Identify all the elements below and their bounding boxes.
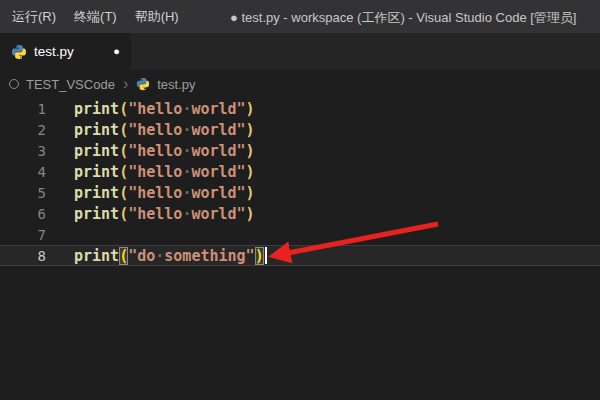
token-str: world" xyxy=(191,142,245,160)
breadcrumb-symbol-icon xyxy=(9,79,19,89)
token-str: "hello xyxy=(128,100,182,118)
line-number[interactable]: 3 xyxy=(0,143,46,159)
line-number[interactable]: 8 xyxy=(0,248,46,264)
code-text: print("hello·world") xyxy=(46,163,255,181)
token-str: something" xyxy=(164,247,254,265)
token-fn: print xyxy=(74,184,119,202)
token-par: ) xyxy=(246,184,255,202)
code-line-5[interactable]: 5print("hello·world") xyxy=(0,182,600,203)
code-text: print("hello·world") xyxy=(46,142,255,160)
code-text: print("hello·world") xyxy=(46,184,255,202)
token-par: ( xyxy=(119,163,128,181)
menu-terminal[interactable]: 终端(T) xyxy=(65,0,126,33)
tab-label: test.py xyxy=(34,44,74,59)
token-str: "hello xyxy=(128,205,182,223)
line-number[interactable]: 6 xyxy=(0,206,46,222)
token-str: "hello xyxy=(128,184,182,202)
token-str: world" xyxy=(191,121,245,139)
line-number[interactable]: 5 xyxy=(0,185,46,201)
token-str: world" xyxy=(191,100,245,118)
token-str: world" xyxy=(191,184,245,202)
line-number[interactable]: 7 xyxy=(0,227,46,243)
code-editor[interactable]: 1print("hello·world")2print("hello·world… xyxy=(0,98,600,266)
code-line-1[interactable]: 1print("hello·world") xyxy=(0,98,600,119)
text-cursor xyxy=(265,247,267,264)
token-par: ) xyxy=(246,142,255,160)
token-parmatch: ) xyxy=(255,247,264,265)
token-par: ( xyxy=(119,100,128,118)
token-par: ( xyxy=(119,205,128,223)
token-par: ) xyxy=(246,100,255,118)
token-ws: · xyxy=(155,247,164,265)
token-fn: print xyxy=(74,163,119,181)
tab-test-py[interactable]: test.py ● xyxy=(0,33,131,70)
breadcrumb: TEST_VSCode › test.py xyxy=(0,70,600,98)
python-icon xyxy=(11,44,27,60)
code-line-7[interactable]: 7 xyxy=(0,224,600,245)
code-text: print("hello·world") xyxy=(46,121,255,139)
token-par: ( xyxy=(119,142,128,160)
window-title: ● test.py - workspace (工作区) - Visual Stu… xyxy=(230,9,576,27)
code-line-4[interactable]: 4print("hello·world") xyxy=(0,161,600,182)
token-str: world" xyxy=(191,163,245,181)
breadcrumb-folder[interactable]: TEST_VSCode xyxy=(26,77,115,92)
code-text: print("hello·world") xyxy=(46,100,255,118)
code-line-8[interactable]: 8print("do·something") xyxy=(0,245,600,266)
code-line-6[interactable]: 6print("hello·world") xyxy=(0,203,600,224)
token-str: "do xyxy=(128,247,155,265)
token-fn: print xyxy=(74,142,119,160)
token-par: ) xyxy=(246,121,255,139)
menu-run[interactable]: 运行(R) xyxy=(3,0,65,33)
chevron-right-icon: › xyxy=(123,76,128,92)
token-fn: print xyxy=(74,100,119,118)
python-icon xyxy=(136,77,150,91)
line-number[interactable]: 1 xyxy=(0,101,46,117)
token-par: ) xyxy=(246,163,255,181)
token-str: "hello xyxy=(128,142,182,160)
token-str: "hello xyxy=(128,163,182,181)
line-number[interactable]: 2 xyxy=(0,122,46,138)
token-par: ( xyxy=(119,184,128,202)
tab-bar: test.py ● xyxy=(0,33,600,70)
code-text: print("hello·world") xyxy=(46,205,255,223)
breadcrumb-file[interactable]: test.py xyxy=(157,77,195,92)
line-number[interactable]: 4 xyxy=(0,164,46,180)
token-str: world" xyxy=(191,205,245,223)
token-str: "hello xyxy=(128,121,182,139)
token-par: ( xyxy=(119,121,128,139)
menu-help[interactable]: 帮助(H) xyxy=(126,0,188,33)
token-fn: print xyxy=(74,121,119,139)
token-par: ) xyxy=(246,205,255,223)
token-fn: print xyxy=(74,205,119,223)
code-line-2[interactable]: 2print("hello·world") xyxy=(0,119,600,140)
title-bar: 运行(R) 终端(T) 帮助(H) ● test.py - workspace … xyxy=(0,0,600,33)
code-text: print("do·something") xyxy=(46,247,267,265)
token-fn: print xyxy=(74,247,119,265)
code-lines: 1print("hello·world")2print("hello·world… xyxy=(0,98,600,266)
modified-indicator[interactable]: ● xyxy=(113,46,120,57)
token-parmatch: ( xyxy=(119,247,128,265)
code-line-3[interactable]: 3print("hello·world") xyxy=(0,140,600,161)
